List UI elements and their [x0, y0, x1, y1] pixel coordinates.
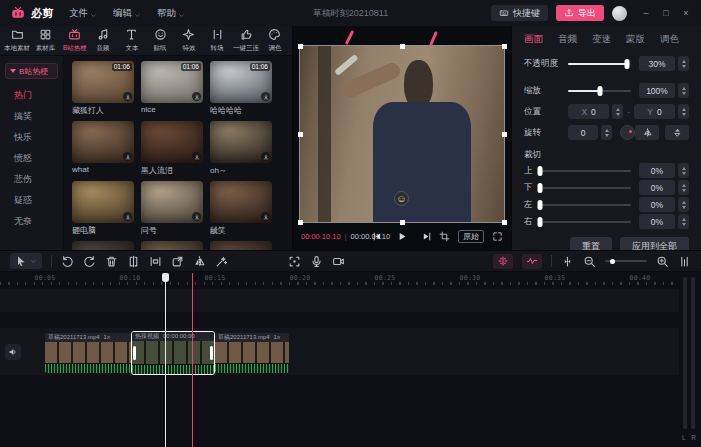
aspect-ratio-select[interactable]: 原始 — [458, 230, 484, 243]
selection-handle[interactable] — [298, 44, 303, 49]
scale-value[interactable]: 100% — [639, 83, 675, 98]
clip-trim-handle[interactable] — [133, 346, 136, 360]
flip-vertical-button[interactable] — [665, 125, 689, 140]
clip-trim-handle[interactable] — [210, 346, 213, 360]
position-y-field[interactable]: Y 0 — [634, 104, 675, 119]
timeline-clip[interactable]: 草稿20211713.mp41x — [45, 333, 131, 373]
meme-thumbnail[interactable] — [210, 241, 272, 250]
meme-thumbnail[interactable] — [72, 181, 134, 223]
ribbon-item-hot-memes[interactable]: B站热梗 — [60, 28, 89, 53]
opacity-stepper[interactable] — [678, 56, 689, 71]
screen-record-button[interactable] — [332, 255, 345, 268]
meme-thumbnail[interactable] — [141, 241, 203, 250]
next-frame-button[interactable] — [422, 231, 433, 242]
ribbon-item-transitions[interactable]: 转场 — [203, 28, 232, 53]
selection-handle[interactable] — [502, 132, 507, 137]
ribbon-item-triple-like[interactable]: 一键三连 — [232, 28, 261, 53]
crop-left-slider[interactable] — [538, 197, 631, 212]
timeline-clip[interactable]: 草稿20211713.mp41x — [215, 333, 289, 373]
crop-top-value[interactable]: 0% — [639, 163, 675, 178]
previous-frame-button[interactable] — [372, 231, 383, 242]
playhead[interactable] — [165, 273, 166, 447]
audio-meter-toggle[interactable] — [678, 255, 691, 268]
download-icon[interactable] — [192, 92, 201, 101]
split-clip-button[interactable] — [127, 255, 140, 268]
delete-button[interactable] — [105, 255, 118, 268]
maximize-button[interactable]: □ — [661, 8, 671, 18]
auto-beat-button[interactable] — [522, 254, 542, 269]
shortcuts-button[interactable]: 快捷键 — [491, 5, 548, 21]
rotate-dial[interactable] — [620, 125, 635, 140]
avatar[interactable] — [612, 6, 627, 21]
opacity-value[interactable]: 30% — [639, 56, 675, 71]
crop-bottom-value[interactable]: 0% — [639, 180, 675, 195]
tab-color[interactable]: 调色 — [660, 33, 679, 46]
mirror-button[interactable] — [193, 255, 206, 268]
sidebar-header[interactable]: B站热梗 — [5, 63, 58, 79]
meme-thumbnail[interactable] — [72, 121, 134, 163]
download-icon[interactable] — [192, 152, 201, 161]
record-voiceover-button[interactable] — [310, 255, 323, 268]
meme-thumbnail[interactable] — [72, 241, 134, 250]
ribbon-item-effects[interactable]: 特效 — [175, 28, 204, 53]
selection-handle[interactable] — [502, 44, 507, 49]
meme-thumbnail[interactable] — [141, 181, 203, 223]
crop-top-slider[interactable] — [538, 163, 631, 178]
video-frame[interactable]: ☺ — [300, 46, 504, 222]
download-icon[interactable] — [123, 152, 132, 161]
crop-right-value[interactable]: 0% — [639, 214, 675, 229]
menu-edit[interactable]: 编辑 — [113, 7, 141, 20]
rotate-stepper[interactable] — [601, 125, 612, 140]
ribbon-item-sticker[interactable]: 贴纸 — [146, 28, 175, 53]
download-icon[interactable] — [123, 212, 132, 221]
crop-top-stepper[interactable] — [678, 163, 689, 178]
position-y-stepper[interactable] — [678, 104, 689, 119]
tab-audio[interactable]: 音频 — [558, 33, 577, 46]
roll-edit-button[interactable] — [149, 255, 162, 268]
download-icon[interactable] — [261, 92, 270, 101]
meme-thumbnail[interactable] — [210, 121, 272, 163]
timeline-zoom-out-button[interactable] — [583, 255, 596, 268]
sidebar-item-sad[interactable]: 悲伤 — [0, 169, 63, 190]
menu-file[interactable]: 文件 — [69, 7, 97, 20]
sidebar-item-confused[interactable]: 疑惑 — [0, 190, 63, 211]
snap-toggle-button[interactable] — [561, 255, 574, 268]
crop-left-stepper[interactable] — [678, 197, 689, 212]
transform-button[interactable] — [288, 255, 301, 268]
tab-speed[interactable]: 变速 — [592, 33, 611, 46]
position-x-field[interactable]: X 0 — [568, 104, 609, 119]
download-icon[interactable] — [192, 212, 201, 221]
ribbon-item-local-media[interactable]: 本地素材 — [3, 28, 32, 53]
opacity-slider[interactable] — [568, 56, 631, 71]
tab-mask[interactable]: 蒙版 — [626, 33, 645, 46]
crop-right-stepper[interactable] — [678, 214, 689, 229]
meme-thumbnail[interactable]: 01:06 — [141, 61, 203, 103]
position-x-stepper[interactable] — [612, 104, 623, 119]
crop-left-value[interactable]: 0% — [639, 197, 675, 212]
selection-handle[interactable] — [400, 220, 405, 225]
ribbon-item-color[interactable]: 调色 — [260, 28, 289, 53]
playhead-handle[interactable] — [162, 273, 169, 282]
selection-handle[interactable] — [502, 220, 507, 225]
minimize-button[interactable]: – — [641, 8, 651, 18]
timeline-ruler[interactable]: 00:0500:1000:1500:2000:2500:3000:3500:40 — [0, 273, 679, 287]
rotate-value[interactable]: 0 — [568, 125, 598, 140]
freeze-frame-button[interactable] — [171, 255, 184, 268]
scale-stepper[interactable] — [678, 83, 689, 98]
meme-thumbnail[interactable]: 01:06 — [72, 61, 134, 103]
selection-handle[interactable] — [298, 132, 303, 137]
sidebar-item-helpless[interactable]: 无奈 — [0, 211, 63, 232]
flip-horizontal-button[interactable] — [635, 125, 659, 140]
ribbon-item-audio[interactable]: 音频 — [89, 28, 118, 53]
crop-button[interactable] — [439, 231, 450, 242]
fullscreen-button[interactable] — [492, 231, 503, 242]
select-tool[interactable] — [10, 253, 42, 269]
timeline-clip[interactable]: 热辣视频00:00:00:00 — [131, 331, 215, 375]
ribbon-item-text[interactable]: 文本 — [117, 28, 146, 53]
sidebar-item-hot[interactable]: 热门 — [0, 85, 63, 106]
ribbon-item-library[interactable]: 素材库 — [32, 28, 61, 53]
download-icon[interactable] — [123, 92, 132, 101]
close-button[interactable]: × — [681, 8, 691, 18]
download-icon[interactable] — [261, 212, 270, 221]
magic-wand-button[interactable] — [215, 255, 228, 268]
